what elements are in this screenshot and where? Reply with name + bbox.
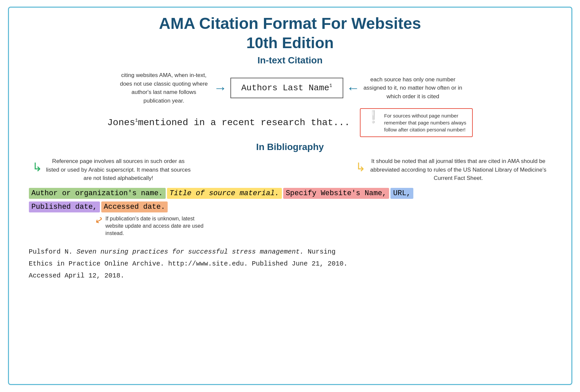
intext-main-row: citing websites AMA, when in-text, does … — [22, 71, 558, 105]
main-title-line1: AMA Citation Format For Websites — [22, 14, 558, 33]
format-url-tag: URL, — [390, 188, 413, 199]
warning-note-box: ❕ For sources without page number rememb… — [360, 108, 473, 137]
bib-left: ↳ Reference page involves all sources in… — [32, 157, 192, 183]
citation-box: Authors Last Name1 — [230, 78, 343, 98]
example-rest: mentioned in a recent research that... — [138, 118, 350, 128]
arrow-down-yellow-icon: ↳ — [356, 160, 366, 174]
arrow-curve-icon: ↩ — [93, 214, 105, 227]
bib-right: ↳ It should be noted that all journal ti… — [356, 157, 548, 183]
arrow-right-icon: → — [214, 81, 227, 96]
intext-right-note: each source has only one number assigned… — [363, 75, 463, 101]
main-container: AMA Citation Format For Websites 10th Ed… — [8, 7, 572, 385]
bibliography-section: In Bibliography ↳ Reference page involve… — [22, 142, 558, 285]
bib-info-row: ↳ Reference page involves all sources in… — [22, 157, 558, 183]
arrow-left-icon: ← — [347, 81, 360, 96]
format-line-2: Published date, Accessed date. — [22, 201, 558, 212]
date-note-text: If publication's date is unknown, latest… — [106, 215, 212, 237]
citation-box-text: Authors Last Name — [241, 83, 329, 93]
bib-section-title: In Bibliography — [22, 142, 558, 152]
arrow-down-green-icon: ↳ — [32, 160, 42, 174]
format-published-tag: Published date, — [29, 201, 100, 212]
warning-text: For sources without page number remember… — [384, 112, 467, 133]
bib-left-note: Reference page involves all sources in s… — [45, 157, 192, 183]
main-title-line2: 10th Edition — [22, 34, 558, 52]
example-row: Jones1mentioned in a recent research tha… — [22, 108, 558, 137]
example-name: Jones — [107, 118, 135, 128]
format-author-tag: Author or organization's name. — [29, 188, 166, 199]
intext-section-title: In-text Citation — [22, 55, 558, 66]
format-line: Author or organization's name. Title of … — [22, 188, 558, 199]
exclamation-icon: ❕ — [366, 111, 381, 123]
format-title-tag: Title of source material. — [167, 188, 282, 199]
format-accessed-tag: Accessed date. — [101, 201, 168, 212]
example-text: Jones1mentioned in a recent research tha… — [107, 118, 350, 128]
format-website-tag: Specify Website's Name, — [283, 188, 389, 199]
intext-left-note: citing websites AMA, when in-text, does … — [118, 71, 210, 105]
example-citation: Pulsford N. Seven nursing practices for … — [22, 243, 558, 285]
citation-superscript: 1 — [329, 83, 332, 89]
bib-right-note: It should be noted that all journal titl… — [369, 157, 548, 183]
date-note-row: ↩ If publication's date is unknown, late… — [22, 215, 558, 237]
